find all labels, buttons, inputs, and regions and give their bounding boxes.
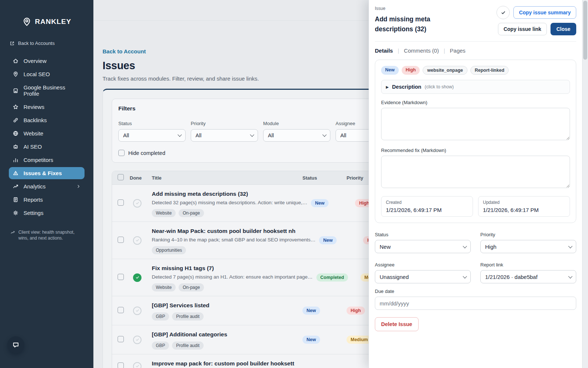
mark-done-button[interactable] — [496, 6, 510, 19]
row-checkbox[interactable] — [118, 274, 124, 280]
delete-issue-button[interactable]: Delete Issue — [375, 317, 419, 331]
external-link-icon — [10, 41, 15, 46]
sidebar-item-issues-fixes[interactable]: Issues & Fixes — [9, 167, 85, 179]
sidebar-item-ai-seo[interactable]: AI SEO — [9, 141, 85, 153]
cell-done — [130, 307, 147, 315]
filter-select-module[interactable]: All — [263, 129, 330, 142]
tab-details[interactable]: Details — [375, 47, 393, 54]
assignee-select[interactable]: Unassigned — [375, 270, 471, 283]
sidebar-item-overview[interactable]: Overview — [9, 55, 85, 67]
close-panel-button[interactable]: Close — [551, 23, 576, 35]
done-toggle[interactable] — [133, 199, 141, 208]
description-toggle[interactable]: ▶ Description (click to show) — [381, 80, 570, 94]
copy-issue-summary-button[interactable]: Copy issue summary — [513, 6, 576, 19]
cell-done — [130, 273, 147, 282]
issue-title-heading: Add missing meta descriptions (32) — [375, 14, 458, 34]
sidebar-item-reports[interactable]: Reports — [9, 194, 85, 206]
done-toggle[interactable] — [133, 236, 141, 245]
sidebar-item-label: Overview — [24, 58, 47, 64]
row-checkbox[interactable] — [118, 199, 124, 206]
copy-issue-link-button[interactable]: Copy issue link — [498, 23, 547, 35]
report-link-select[interactable]: 1/21/2026 · dabe5baf — [480, 270, 576, 283]
trend-up-icon — [10, 230, 15, 235]
issue-title[interactable]: [GBP] Services listed — [152, 302, 299, 309]
updated-box: Updated 1/21/2026, 6:49:17 PM — [478, 196, 570, 217]
sidebar-item-settings[interactable]: Settings — [9, 207, 85, 219]
hide-completed-checkbox[interactable] — [118, 150, 125, 156]
created-label: Created — [386, 200, 468, 205]
evidence-label: Evidence (Markdown) — [381, 100, 570, 105]
issue-title[interactable]: Add missing meta descriptions (32) — [152, 191, 307, 197]
issue-description: Detected 32 page(s) missing meta descrip… — [152, 200, 307, 205]
row-checkbox[interactable] — [118, 237, 124, 243]
issue-badge-high: High — [402, 66, 420, 75]
sidebar-item-analytics[interactable]: Analytics — [9, 180, 85, 192]
check-icon — [135, 337, 140, 342]
hide-completed-toggle[interactable]: Hide completed — [118, 150, 403, 156]
scrollbar-thumb[interactable] — [583, 1, 587, 60]
vertical-scrollbar[interactable] — [582, 0, 588, 368]
due-date-label: Due date — [375, 289, 576, 294]
check-icon — [135, 308, 140, 313]
recommended-fix-textarea[interactable] — [381, 156, 570, 188]
issue-tags: GBPProfile audit — [152, 342, 299, 350]
updated-label: Updated — [483, 200, 565, 205]
sidebar-item-competitors[interactable]: Competitors — [9, 154, 85, 166]
tab-comments-0[interactable]: Comments (0) — [404, 47, 439, 54]
issue-description: Ranking 4–10 in the map pack; small GBP … — [152, 237, 315, 243]
issue-row[interactable]: [GBP] Additional categoriesGBPProfile au… — [112, 325, 409, 354]
issue-row[interactable]: Near-win Map Pack: custom pool builder h… — [112, 222, 409, 259]
issue-badge-report-linked: Report-linked — [470, 66, 509, 75]
tag-pill: Profile audit — [172, 342, 203, 350]
back-to-account-link[interactable]: Back to Account — [103, 48, 146, 54]
link-icon — [12, 117, 19, 123]
back-to-accounts-link[interactable]: Back to Accounts — [10, 40, 85, 46]
filter-select-priority[interactable]: All — [191, 129, 258, 142]
done-toggle[interactable] — [133, 273, 141, 282]
sidebar-item-label: Backlinks — [24, 117, 47, 123]
chat-widget-button[interactable] — [7, 336, 24, 353]
issue-title[interactable]: Improve map pack for: custom pool builde… — [152, 360, 299, 368]
tag-pill: Website — [152, 209, 176, 217]
issues-table: Done Title Status Priority Add missing m… — [112, 171, 409, 368]
done-toggle[interactable] — [133, 336, 141, 344]
select-all-checkbox[interactable] — [118, 174, 124, 180]
issue-badge-website-onpage: website_onpage — [423, 66, 467, 75]
evidence-textarea[interactable] — [381, 108, 570, 140]
filters-title: Filters — [118, 105, 403, 112]
row-checkbox[interactable] — [118, 307, 124, 313]
due-date-field: Due date — [375, 289, 576, 310]
priority-label: Priority — [480, 232, 576, 237]
issue-title[interactable]: Fix missing H1 tags (7) — [152, 265, 313, 272]
cell-title: [GBP] Additional categoriesGBPProfile au… — [147, 330, 302, 350]
chevron-right-icon — [76, 184, 81, 189]
priority-select[interactable]: High — [480, 240, 576, 253]
sidebar-item-local-seo[interactable]: Local SEO — [9, 68, 85, 80]
done-toggle[interactable] — [133, 307, 141, 315]
issue-row[interactable]: Add missing meta descriptions (32)Detect… — [112, 185, 409, 222]
sidebar-item-website[interactable]: Website — [9, 127, 85, 139]
issue-title[interactable]: [GBP] Additional categories — [152, 331, 299, 338]
issue-title[interactable]: Near-win Map Pack: custom pool builder h… — [152, 228, 315, 234]
cell-select — [112, 274, 130, 282]
storefront-icon — [12, 88, 19, 94]
issue-row[interactable]: Improve map pack for: custom pool builde… — [112, 354, 409, 368]
issue-row[interactable]: Fix missing H1 tags (7)Detected 7 page(s… — [112, 259, 409, 296]
filter-select-status[interactable]: All — [118, 129, 186, 142]
brand-logo: RANKLEY — [0, 0, 93, 26]
row-checkbox[interactable] — [118, 362, 124, 368]
status-select[interactable]: New — [375, 240, 471, 253]
filter-label-status: Status — [118, 121, 186, 126]
client-view-note: Client view: health snapshot, wins, and … — [10, 229, 80, 241]
cell-done — [130, 336, 147, 344]
sidebar-item-reviews[interactable]: Reviews — [9, 101, 85, 113]
done-toggle[interactable] — [133, 362, 141, 368]
sidebar-item-google-business-profile[interactable]: Google Business Profile — [9, 81, 85, 100]
tag-pill: Website — [152, 283, 176, 291]
sidebar-item-backlinks[interactable]: Backlinks — [9, 114, 85, 126]
issue-row[interactable]: [GBP] Services listedGBPProfile auditNew… — [112, 296, 409, 325]
due-date-input[interactable] — [375, 297, 576, 310]
row-checkbox[interactable] — [118, 336, 124, 342]
priority-field: Priority High — [480, 227, 576, 253]
tab-pages[interactable]: Pages — [450, 47, 466, 54]
